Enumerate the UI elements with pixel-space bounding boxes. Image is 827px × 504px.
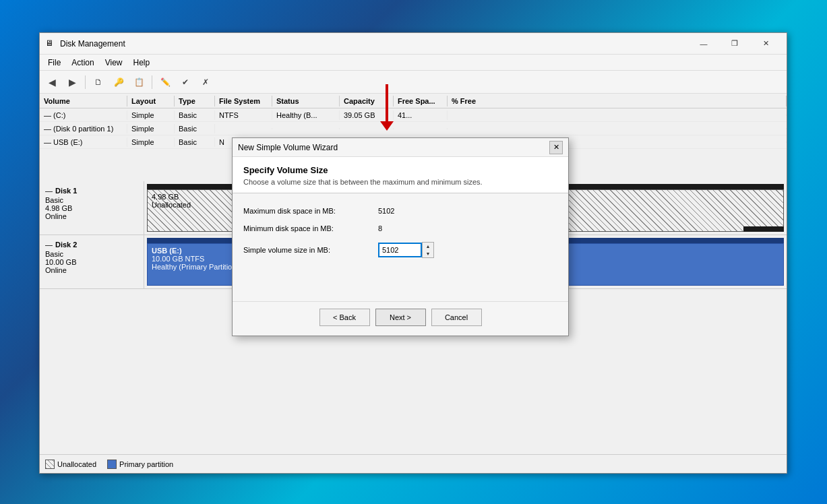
max-disk-label: Maximum disk space in MB: bbox=[243, 207, 378, 215]
min-disk-value: 8 bbox=[378, 224, 382, 232]
max-disk-value: 5102 bbox=[378, 207, 394, 215]
size-row: Simple volume size in MB: ▲ ▼ bbox=[243, 242, 557, 258]
next-button[interactable]: Next > bbox=[375, 309, 426, 326]
new-simple-volume-dialog: New Simple Volume Wizard ✕ Specify Volum… bbox=[232, 137, 569, 336]
dialog-title-bar: New Simple Volume Wizard ✕ bbox=[233, 138, 568, 157]
back-button[interactable]: < Back bbox=[319, 309, 370, 326]
arrow-head bbox=[380, 121, 394, 131]
dialog-overlay: New Simple Volume Wizard ✕ Specify Volum… bbox=[40, 33, 787, 473]
size-spinbox: ▲ ▼ bbox=[378, 242, 434, 258]
dialog-header: Specify Volume Size Choose a volume size… bbox=[233, 157, 568, 193]
min-disk-label: Minimum disk space in MB: bbox=[243, 224, 378, 232]
dialog-close-button[interactable]: ✕ bbox=[549, 141, 563, 154]
size-input[interactable] bbox=[378, 243, 422, 257]
cancel-button[interactable]: Cancel bbox=[431, 309, 482, 326]
min-disk-row: Minimum disk space in MB: 8 bbox=[243, 224, 557, 232]
dialog-header-title: Specify Volume Size bbox=[243, 165, 557, 175]
spin-up-button[interactable]: ▲ bbox=[423, 243, 433, 250]
spin-down-button[interactable]: ▼ bbox=[423, 250, 433, 257]
arrow-indicator bbox=[380, 84, 394, 131]
disk-management-window: 🖥 Disk Management — ❒ ✕ File Action View… bbox=[39, 32, 787, 474]
arrow-shaft bbox=[386, 84, 388, 121]
spinbox-buttons: ▲ ▼ bbox=[422, 242, 434, 258]
dialog-footer: < Back Next > Cancel bbox=[233, 301, 568, 336]
size-label: Simple volume size in MB: bbox=[243, 246, 378, 254]
dialog-body: Maximum disk space in MB: 5102 Minimum d… bbox=[233, 193, 568, 301]
dialog-header-subtitle: Choose a volume size that is between the… bbox=[243, 178, 557, 186]
dialog-title: New Simple Volume Wizard bbox=[238, 143, 549, 152]
max-disk-row: Maximum disk space in MB: 5102 bbox=[243, 207, 557, 215]
